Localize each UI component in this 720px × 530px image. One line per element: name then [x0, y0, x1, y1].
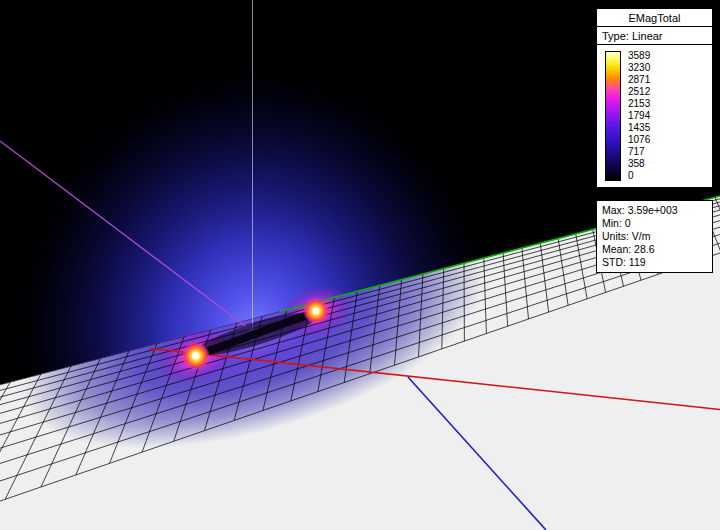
legend-type-label: Type: Linear	[597, 27, 712, 45]
stat-mean: Mean: 28.6	[602, 243, 712, 256]
legend-tick-label: 1076	[628, 135, 650, 145]
legend-tick-label: 1435	[628, 123, 650, 133]
legend-tick-label: 2871	[628, 75, 650, 85]
stat-std: STD: 119	[602, 256, 712, 269]
legend-scale: 358932302871251221531794143510767173580	[597, 45, 712, 187]
legend-tick-list: 358932302871251221531794143510767173580	[628, 51, 650, 181]
stats-panel: Max: 3.59e+003 Min: 0 Units: V/m Mean: 2…	[596, 200, 713, 273]
legend-title: EMagTotal	[597, 9, 712, 27]
legend-tick-label: 2512	[628, 87, 650, 97]
hotspot-pixel-left	[193, 353, 199, 359]
simulation-viewport[interactable]: EMagTotal Type: Linear 35893230287125122…	[0, 0, 720, 530]
legend-tick-label: 2153	[628, 99, 650, 109]
legend-tick-label: 3589	[628, 51, 650, 61]
legend-tick-label: 3230	[628, 63, 650, 73]
legend-tick-label: 1794	[628, 111, 650, 121]
hotspot-pixel-right	[313, 308, 319, 314]
colorbar	[605, 51, 621, 181]
stat-min: Min: 0	[602, 217, 712, 230]
legend-panel: EMagTotal Type: Linear 35893230287125122…	[596, 8, 713, 188]
stat-max: Max: 3.59e+003	[602, 204, 712, 217]
stat-units: Units: V/m	[602, 230, 712, 243]
legend-tick-label: 358	[628, 159, 650, 169]
legend-tick-label: 0	[628, 171, 650, 181]
legend-tick-label: 717	[628, 147, 650, 157]
